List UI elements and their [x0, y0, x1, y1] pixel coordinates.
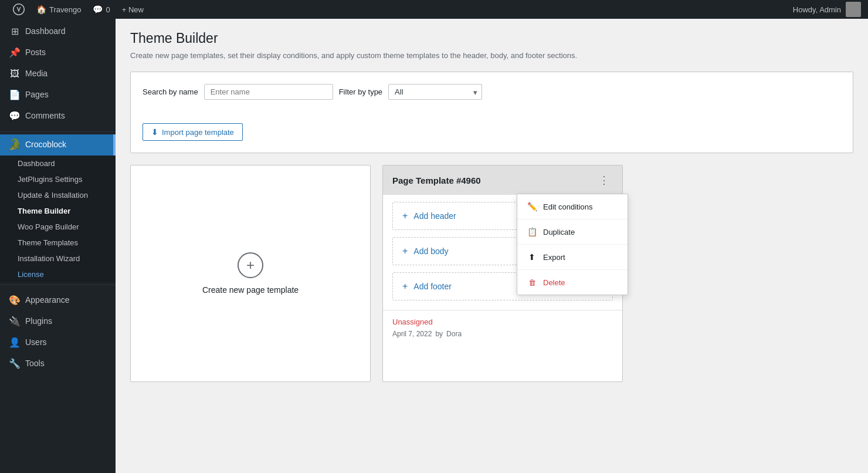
sidebar-item-posts[interactable]: 📌 Posts	[0, 42, 116, 63]
main-container: ⊞ Dashboard 📌 Posts 🖼 Media 📄 Pages 💬 Co…	[0, 19, 868, 473]
import-icon: ⬇	[151, 127, 158, 137]
wp-logo[interactable]	[7, 4, 30, 15]
template-card-footer: Unassigned April 7, 2022 by Dora	[383, 310, 622, 345]
trash-icon: 🗑	[527, 277, 537, 288]
import-template-button[interactable]: ⬇ Import page template	[143, 123, 243, 141]
content-area: Theme Builder Create new page templates,…	[116, 19, 868, 473]
tools-icon: 🔧	[9, 358, 21, 370]
sidebar-item-pages[interactable]: 📄 Pages	[0, 85, 116, 106]
sidebar-subitem-woo[interactable]: Woo Page Builder	[0, 219, 116, 235]
sidebar-label-dashboard: Dashboard	[25, 26, 66, 38]
context-menu-edit-conditions[interactable]: ✏️ Edit conditions	[517, 194, 628, 219]
users-icon: 👤	[9, 337, 21, 349]
page-title: Theme Builder	[130, 31, 853, 46]
sidebar-subitem-theme-templates[interactable]: Theme Templates	[0, 235, 116, 251]
sidebar-item-plugins[interactable]: 🔌 Plugins	[0, 311, 116, 332]
site-name: Travengo	[49, 5, 81, 14]
create-label: Create new page template	[202, 285, 299, 295]
sidebar-item-tools[interactable]: 🔧 Tools	[0, 353, 116, 374]
sidebar-label-appearance: Appearance	[25, 295, 70, 306]
context-menu-label-delete: Delete	[543, 278, 565, 287]
context-menu-label-edit: Edit conditions	[543, 202, 593, 211]
sidebar-item-media[interactable]: 🖼 Media	[0, 63, 116, 85]
posts-icon: 📌	[9, 47, 21, 59]
by-label: by	[435, 330, 443, 338]
context-menu-label-export: Export	[543, 253, 565, 262]
sidebar-subitem-dashboard[interactable]: Dashboard	[0, 156, 116, 171]
sidebar-label-crocoblock: Crocoblock	[25, 139, 66, 151]
add-footer-label: Add footer	[413, 282, 452, 291]
add-body-plus: +	[402, 246, 408, 256]
sidebar-subitem-installation[interactable]: Installation Wizard	[0, 251, 116, 266]
sidebar-divider-1	[0, 131, 116, 132]
sidebar-subitem-theme-builder[interactable]: Theme Builder	[0, 203, 116, 219]
add-header-label: Add header	[413, 211, 456, 221]
sidebar-subitem-license[interactable]: License	[0, 266, 116, 282]
create-plus-icon: +	[238, 252, 263, 278]
sidebar-item-comments[interactable]: 💬 Comments	[0, 106, 116, 127]
sidebar: ⊞ Dashboard 📌 Posts 🖼 Media 📄 Pages 💬 Co…	[0, 19, 116, 473]
template-options-button[interactable]: ⋮	[595, 174, 613, 187]
create-template-card[interactable]: + Create new page template	[130, 165, 371, 382]
templates-grid: + Create new page template Page Template…	[130, 165, 853, 382]
adminbar-new[interactable]: + New	[116, 0, 150, 19]
context-menu: ✏️ Edit conditions 📋 Duplicate ⬆ Export	[517, 194, 628, 295]
sidebar-bottom-section: 🎨 Appearance 🔌 Plugins 👤 Users 🔧 Tools	[0, 288, 116, 377]
adminbar-comments[interactable]: 💬 0	[87, 0, 116, 19]
add-header-plus: +	[402, 211, 408, 221]
add-body-label: Add body	[413, 246, 448, 256]
sidebar-item-dashboard[interactable]: ⊞ Dashboard	[0, 21, 116, 42]
sidebar-item-users[interactable]: 👤 Users	[0, 332, 116, 353]
croco-submenu: Dashboard JetPlugins Settings Update & I…	[0, 156, 116, 282]
adminbar-site[interactable]: 🏠 Travengo	[30, 0, 87, 19]
croco-icon: 🐊	[9, 139, 21, 151]
search-input[interactable]	[204, 84, 333, 100]
duplicate-icon: 📋	[527, 227, 537, 237]
filter-type-select[interactable]: All Header Footer Single Archive Page 40…	[388, 84, 482, 100]
howdy-text: Howdy, Admin	[793, 5, 841, 14]
sidebar-label-users: Users	[25, 337, 47, 349]
dashboard-icon: ⊞	[9, 26, 21, 38]
template-card-title: Page Template #4960	[392, 175, 481, 185]
context-menu-label-duplicate: Duplicate	[543, 228, 575, 237]
new-label: + New	[122, 5, 144, 14]
sidebar-label-media: Media	[25, 68, 48, 80]
template-date: April 7, 2022	[392, 330, 432, 338]
search-group: Search by name	[143, 84, 333, 100]
context-menu-delete[interactable]: 🗑 Delete	[517, 270, 628, 295]
filter-group: Filter by type All Header Footer Single …	[339, 84, 482, 100]
adminbar-right: Howdy, Admin	[793, 2, 861, 17]
sidebar-label-pages: Pages	[25, 89, 49, 101]
sidebar-label-comments: Comments	[25, 110, 65, 122]
sidebar-subitem-update[interactable]: Update & Installation	[0, 187, 116, 203]
context-menu-duplicate[interactable]: 📋 Duplicate	[517, 219, 628, 245]
sidebar-label-tools: Tools	[25, 358, 45, 370]
sidebar-main-section: ⊞ Dashboard 📌 Posts 🖼 Media 📄 Pages 💬 Co…	[0, 19, 116, 129]
pages-icon: 📄	[9, 89, 21, 101]
appearance-icon: 🎨	[9, 295, 21, 306]
filter-bar: Search by name Filter by type All Header…	[130, 72, 853, 153]
sidebar-label-plugins: Plugins	[25, 316, 52, 327]
template-card-header: Page Template #4960 ⋮ ✏️ Edit conditions…	[383, 165, 622, 195]
media-icon: 🖼	[9, 68, 21, 80]
sidebar-divider-2	[0, 285, 116, 285]
sidebar-label-posts: Posts	[25, 47, 46, 59]
context-menu-export[interactable]: ⬆ Export	[517, 245, 628, 270]
add-footer-plus: +	[402, 281, 408, 292]
comments-count: 0	[106, 5, 110, 14]
search-label: Search by name	[143, 87, 198, 96]
filter-label: Filter by type	[339, 87, 382, 96]
page-subtitle: Create new page templates, set their dis…	[130, 51, 853, 60]
avatar[interactable]	[846, 2, 861, 17]
admin-bar: 🏠 Travengo 💬 0 + New Howdy, Admin	[0, 0, 868, 19]
sidebar-item-appearance[interactable]: 🎨 Appearance	[0, 290, 116, 311]
sidebar-subitem-jetplugins[interactable]: JetPlugins Settings	[0, 171, 116, 187]
export-icon: ⬆	[527, 252, 537, 262]
pencil-icon: ✏️	[527, 201, 537, 212]
filter-type-wrapper: All Header Footer Single Archive Page 40…	[388, 84, 482, 100]
sidebar-item-crocoblock[interactable]: 🐊 Crocoblock	[0, 134, 116, 156]
plugins-icon: 🔌	[9, 316, 21, 327]
unassigned-label: Unassigned	[392, 317, 613, 326]
import-label: Import page template	[162, 128, 234, 137]
template-author: Dora	[446, 330, 462, 338]
